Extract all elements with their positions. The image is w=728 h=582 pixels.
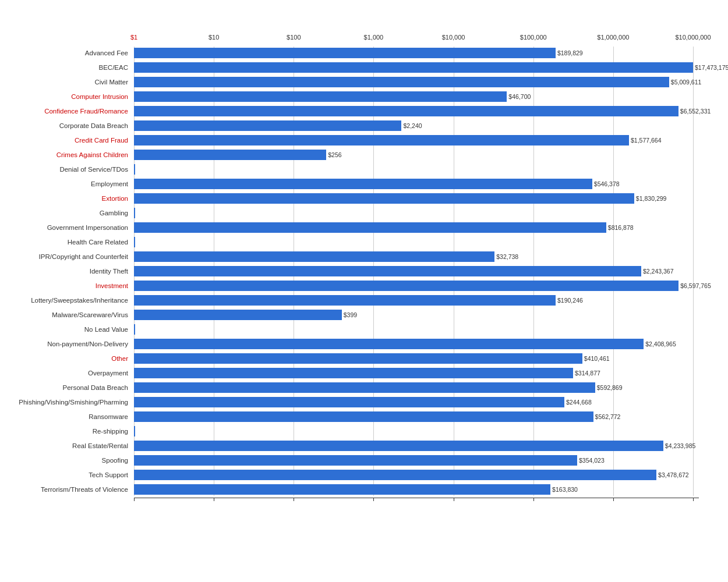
bar <box>134 339 644 349</box>
bar-wrapper <box>134 207 693 219</box>
bar-row: IPR/Copyright and Counterfeit$32,738 <box>134 250 699 263</box>
bar-wrapper: $592,869 <box>134 381 693 394</box>
bar <box>134 77 669 87</box>
chart-container: $1$10$100$1,000$10,000$100,000$1,000,000… <box>134 29 699 509</box>
bar-row: Re-shipping <box>134 425 699 438</box>
bar-value: $32,738 <box>496 253 518 260</box>
bar-row: Gambling <box>134 207 699 219</box>
bar-wrapper: $546,378 <box>134 178 693 190</box>
bar <box>134 368 573 378</box>
bar-row: Crimes Against Children$256 <box>134 148 699 161</box>
bottom-tick-2 <box>294 498 294 501</box>
bottom-tick-1 <box>214 498 214 501</box>
bar-wrapper: $256 <box>134 148 693 161</box>
bar-label: Re-shipping <box>9 428 128 435</box>
bar <box>134 48 556 58</box>
bar-row: No Lead Value <box>134 323 699 336</box>
bar-value: $314,877 <box>575 370 600 377</box>
bar-row: Credit Card Fraud$1,577,664 <box>134 134 699 147</box>
tick-label-6: $1,000,000 <box>597 34 629 41</box>
bar-wrapper: $6,552,331 <box>134 105 693 118</box>
bar-row: Identity Theft$2,243,367 <box>134 265 699 278</box>
bar <box>134 164 135 175</box>
bar <box>134 455 577 466</box>
bar-value: $189,829 <box>557 49 583 56</box>
bar-row: Lottery/Sweepstakes/Inheritance$190,246 <box>134 294 699 307</box>
bar-wrapper <box>134 236 693 249</box>
bar <box>134 179 592 189</box>
bar-label: Phishing/Vishing/Smishing/Pharming <box>9 399 128 406</box>
bar <box>134 62 693 73</box>
bar-value: $2,408,965 <box>645 340 676 347</box>
bottom-axis <box>134 498 699 509</box>
bar-label: Employment <box>9 180 128 187</box>
bar <box>134 484 550 495</box>
bar-row: Government Impersonation$816,878 <box>134 221 699 234</box>
bar-row: BEC/EAC$17,473,175 <box>134 61 699 74</box>
bar-value: $816,878 <box>608 224 634 231</box>
bar <box>134 397 564 407</box>
bar-value: $190,246 <box>557 297 583 304</box>
bar-value: $46,700 <box>508 93 531 100</box>
tick-label-7: $10,000,000 <box>675 34 711 41</box>
bar-wrapper: $3,478,672 <box>134 469 693 481</box>
bar-label: IPR/Copyright and Counterfeit <box>9 253 128 260</box>
bar-wrapper: $399 <box>134 308 693 321</box>
bar-label: Crimes Against Children <box>9 151 128 158</box>
bar-label: Personal Data Breach <box>9 384 128 391</box>
bar-wrapper: $410,461 <box>134 352 693 365</box>
bar-row: Denial of Service/TDos <box>134 163 699 176</box>
bar <box>134 426 135 436</box>
bar-wrapper <box>134 163 693 176</box>
tick-label-0: $1 <box>130 34 137 41</box>
bar <box>134 251 494 262</box>
bar-value: $2,243,367 <box>643 268 674 275</box>
bar-wrapper: $5,009,611 <box>134 76 693 88</box>
bar <box>134 120 401 131</box>
bar-row: Tech Support$3,478,672 <box>134 469 699 481</box>
tick-label-5: $100,000 <box>520 34 547 41</box>
bar-value: $4,233,985 <box>665 442 696 449</box>
bar <box>134 135 629 146</box>
bar-wrapper: $314,877 <box>134 367 693 379</box>
bar-label: Denial of Service/TDos <box>9 166 128 173</box>
bar-label: BEC/EAC <box>9 64 128 71</box>
bar-wrapper: $562,772 <box>134 410 693 423</box>
bar-label: Terrorism/Threats of Violence <box>9 486 128 493</box>
bar <box>134 266 641 276</box>
bar-value: $1,577,664 <box>631 137 662 144</box>
bar-wrapper: $6,597,765 <box>134 279 693 292</box>
bar-wrapper: $2,408,965 <box>134 338 693 350</box>
bar-row: Other$410,461 <box>134 352 699 365</box>
bar-value: $6,597,765 <box>680 282 711 289</box>
bar-row: Personal Data Breach$592,869 <box>134 381 699 394</box>
bar-label: Malware/Scareware/Virus <box>9 311 128 318</box>
bar <box>134 470 656 480</box>
bar <box>134 150 326 160</box>
bar-row: Overpayment$314,877 <box>134 367 699 379</box>
bar-wrapper: $1,577,664 <box>134 134 693 147</box>
bar-row: Confidence Fraud/Romance$6,552,331 <box>134 105 699 118</box>
bar-label: Investment <box>9 282 128 289</box>
bar <box>134 382 595 393</box>
bar-value: $410,461 <box>584 355 610 362</box>
bar-value: $256 <box>328 151 341 158</box>
bar <box>134 91 507 102</box>
bar-label: Non-payment/Non-Delivery <box>9 340 128 347</box>
bar-label: Credit Card Fraud <box>9 137 128 144</box>
bar-label: Other <box>9 355 128 362</box>
bar-wrapper: $4,233,985 <box>134 439 693 452</box>
bar-wrapper <box>134 425 693 438</box>
tick-label-4: $10,000 <box>442 34 465 41</box>
bar-label: Overpayment <box>9 370 128 377</box>
bar-row: Employment$546,378 <box>134 178 699 190</box>
bar-wrapper: $1,830,299 <box>134 192 693 205</box>
bar-wrapper <box>134 323 693 336</box>
bar-label: Confidence Fraud/Romance <box>9 108 128 115</box>
bar-value: $562,772 <box>595 413 621 420</box>
bar-row: Investment$6,597,765 <box>134 279 699 292</box>
bar <box>134 106 678 116</box>
bar-label: Extortion <box>9 195 128 202</box>
bar-row: Ransomware$562,772 <box>134 410 699 423</box>
bar-row: Extortion$1,830,299 <box>134 192 699 205</box>
